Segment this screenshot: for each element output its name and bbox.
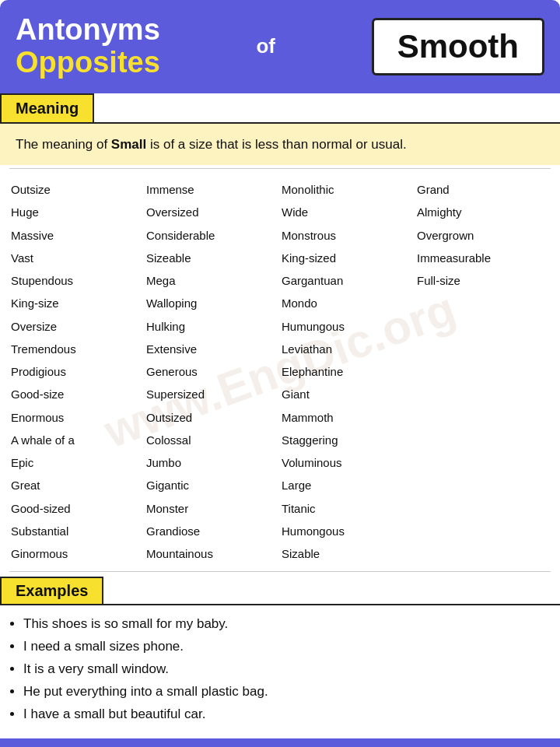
word-item: Large <box>280 474 415 496</box>
example-item: This shoes is so small for my baby. <box>23 613 544 636</box>
meaning-text: The meaning of Small is of a size that i… <box>0 124 560 166</box>
word-item: Oversize <box>9 315 145 338</box>
header-title-block: Antonyms Opposites <box>16 14 160 79</box>
word-item: Epic <box>9 451 145 474</box>
word-item: Oversized <box>145 201 280 223</box>
word-col-2: ImmenseOversizedConsiderableSizeableMega… <box>145 178 280 565</box>
meaning-label-row: Meaning <box>0 93 560 124</box>
word-item: King-size <box>9 292 145 314</box>
word-item: Good-size <box>9 383 145 405</box>
word-item: Stupendous <box>9 269 145 292</box>
word-item: Grandiose <box>145 520 280 542</box>
word-item: Enormous <box>9 406 145 429</box>
word-item: Jumbo <box>145 451 280 474</box>
word-item: Wide <box>280 201 415 223</box>
title-opposites: Opposites <box>16 47 160 79</box>
word-col-4: GrandAlmightyOvergrownImmeasurableFull-s… <box>415 178 551 565</box>
word-item: Substantial <box>9 520 145 542</box>
examples-label-row: Examples <box>0 577 560 605</box>
meaning-label: Meaning <box>0 93 94 124</box>
header-word-box: Smooth <box>372 18 544 75</box>
word-item: Immeasurable <box>415 247 551 269</box>
example-item: I need a small sizes phone. <box>23 636 544 658</box>
word-item: Monster <box>145 497 280 520</box>
header-word: Smooth <box>397 28 519 65</box>
example-item: He put everything into a small plastic b… <box>23 681 544 703</box>
word-item: Tremendous <box>9 338 145 360</box>
word-item: Titanic <box>280 497 415 520</box>
word-item: Outsize <box>9 178 145 201</box>
word-item: Outsized <box>145 406 280 429</box>
word-item: Giant <box>280 383 415 405</box>
word-col-3: MonolithicWideMonstrousKing-sizedGargant… <box>280 178 415 565</box>
word-item: Mondo <box>280 292 415 314</box>
examples-label: Examples <box>0 577 103 605</box>
word-item: Hulking <box>145 315 280 338</box>
meaning-suffix: is of a size that is less than normal or… <box>146 137 407 152</box>
word-item: Full-size <box>415 269 551 292</box>
word-item: Ginormous <box>9 542 145 565</box>
examples-list: This shoes is so small for my baby.I nee… <box>0 605 560 733</box>
word-item: Generous <box>145 360 280 383</box>
words-section: www.EngDic.org OutsizeHugeMassiveVastStu… <box>0 172 560 568</box>
word-item: Walloping <box>145 292 280 314</box>
examples-label-line <box>103 604 560 605</box>
word-item: Humungous <box>280 315 415 338</box>
word-item: Overgrown <box>415 224 551 247</box>
word-item: Sizable <box>280 542 415 565</box>
word-item: Almighty <box>415 201 551 223</box>
word-item: Monstrous <box>280 224 415 247</box>
word-item: Gigantic <box>145 474 280 496</box>
word-item: Grand <box>415 178 551 201</box>
divider-top <box>9 168 551 169</box>
divider-bottom <box>9 571 551 572</box>
word-item: Huge <box>9 201 145 223</box>
words-grid: OutsizeHugeMassiveVastStupendousKing-siz… <box>9 178 551 565</box>
word-item: Considerable <box>145 224 280 247</box>
word-item: Massive <box>9 224 145 247</box>
word-item: Mountainous <box>145 542 280 565</box>
word-item: Leviathan <box>280 338 415 360</box>
word-item: Gargantuan <box>280 269 415 292</box>
word-item: Good-sized <box>9 497 145 520</box>
word-item: Monolithic <box>280 178 415 201</box>
word-item: Sizeable <box>145 247 280 269</box>
title-antonyms: Antonyms <box>16 14 160 47</box>
meaning-prefix: The meaning of <box>16 137 111 152</box>
word-item: Mega <box>145 269 280 292</box>
footer: www.EngDic.org <box>0 738 560 747</box>
meaning-bold: Small <box>111 137 146 152</box>
word-item: A whale of a <box>9 429 145 451</box>
example-item: It is a very small window. <box>23 658 544 681</box>
word-item: King-sized <box>280 247 415 269</box>
example-item: I have a small but beautiful car. <box>23 703 544 726</box>
word-item: Humongous <box>280 520 415 542</box>
word-col-1: OutsizeHugeMassiveVastStupendousKing-siz… <box>9 178 145 565</box>
word-item: Staggering <box>280 429 415 451</box>
word-item: Elephantine <box>280 360 415 383</box>
word-item: Vast <box>9 247 145 269</box>
word-item: Colossal <box>145 429 280 451</box>
meaning-label-line <box>94 122 560 124</box>
word-item: Prodigious <box>9 360 145 383</box>
word-item: Supersized <box>145 383 280 405</box>
word-item: Great <box>9 474 145 496</box>
word-item: Voluminous <box>280 451 415 474</box>
word-item: Mammoth <box>280 406 415 429</box>
header-of-label: of <box>256 34 275 58</box>
word-item: Extensive <box>145 338 280 360</box>
header: Antonyms Opposites of Smooth <box>0 0 560 93</box>
word-item: Immense <box>145 178 280 201</box>
